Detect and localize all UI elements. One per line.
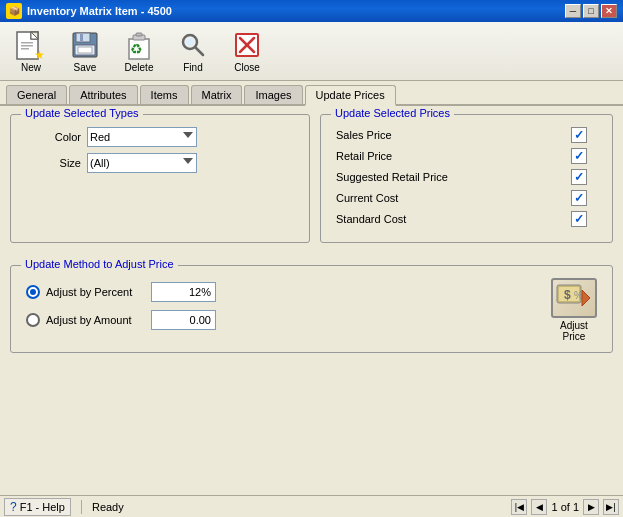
window-title: Inventory Matrix Item - 4500 <box>27 5 565 17</box>
main-window: 📦 Inventory Matrix Item - 4500 ─ □ ✕ ★ <box>0 0 623 517</box>
update-selected-types-group: Update Selected Types Color Red Blue Gre… <box>10 114 310 243</box>
status-ready: Ready <box>92 501 124 513</box>
find-icon <box>177 29 209 61</box>
find-button[interactable]: Find <box>168 26 218 76</box>
tabs-bar: General Attributes Items Matrix Images U… <box>0 81 623 106</box>
percent-radio[interactable] <box>26 285 40 299</box>
nav-page-info: 1 of 1 <box>551 501 579 513</box>
nav-of: of <box>561 501 573 513</box>
price-check-row-0: Sales Price <box>336 127 597 143</box>
price-check-label-3: Current Cost <box>336 192 398 204</box>
price-check-label-0: Sales Price <box>336 129 392 141</box>
method-content: Adjust by Percent Adjust by Amount <box>26 278 597 342</box>
svg-rect-3 <box>21 42 33 44</box>
percent-row: Adjust by Percent <box>26 282 541 302</box>
title-bar: 📦 Inventory Matrix Item - 4500 ─ □ ✕ <box>0 0 623 22</box>
new-icon: ★ <box>15 29 47 61</box>
size-label: Size <box>26 157 81 169</box>
svg-text:$: $ <box>564 288 571 302</box>
color-row: Color Red Blue Green (All) <box>26 127 294 147</box>
app-icon: 📦 <box>6 3 22 19</box>
price-checkbox-4[interactable] <box>571 211 587 227</box>
tab-attributes[interactable]: Attributes <box>69 85 137 104</box>
status-nav: |◀ ◀ 1 of 1 ▶ ▶| <box>511 499 619 515</box>
top-groups: Update Selected Types Color Red Blue Gre… <box>10 114 613 255</box>
update-method-group: Update Method to Adjust Price Adjust by … <box>10 265 613 353</box>
percent-label: Adjust by Percent <box>46 286 151 298</box>
color-label: Color <box>26 131 81 143</box>
method-radios: Adjust by Percent Adjust by Amount <box>26 282 541 338</box>
help-label: F1 - Help <box>20 501 65 513</box>
window-close-button[interactable]: ✕ <box>601 4 617 18</box>
status-bar: ? F1 - Help Ready |◀ ◀ 1 of 1 ▶ ▶| <box>0 495 623 517</box>
tab-general[interactable]: General <box>6 85 67 104</box>
new-button[interactable]: ★ New <box>6 26 56 76</box>
tab-items[interactable]: Items <box>140 85 189 104</box>
size-row: Size (All) S M L XL <box>26 153 294 173</box>
help-icon: ? <box>10 500 17 514</box>
size-select[interactable]: (All) S M L XL <box>87 153 197 173</box>
content-area: Update Selected Types Color Red Blue Gre… <box>0 106 623 517</box>
svg-point-17 <box>186 38 194 46</box>
nav-first-button[interactable]: |◀ <box>511 499 527 515</box>
tab-update-prices[interactable]: Update Prices <box>305 85 396 106</box>
save-button[interactable]: Save <box>60 26 110 76</box>
save-icon <box>69 29 101 61</box>
status-separator <box>81 500 82 514</box>
nav-next-button[interactable]: ▶ <box>583 499 599 515</box>
save-label: Save <box>74 62 97 73</box>
tab-matrix[interactable]: Matrix <box>191 85 243 104</box>
new-label: New <box>21 62 41 73</box>
price-check-row-4: Standard Cost <box>336 211 597 227</box>
update-prices-title: Update Selected Prices <box>331 107 454 119</box>
nav-total-pages: 1 <box>573 501 579 513</box>
svg-line-18 <box>195 47 203 55</box>
minimize-button[interactable]: ─ <box>565 4 581 18</box>
price-check-label-2: Suggested Retail Price <box>336 171 448 183</box>
svg-rect-4 <box>21 45 33 47</box>
close-label: Close <box>234 62 260 73</box>
svg-text:★: ★ <box>34 48 45 61</box>
price-checkbox-3[interactable] <box>571 190 587 206</box>
toolbar: ★ New Save <box>0 22 623 81</box>
adjust-price-button[interactable]: $ % AdjustPrice <box>551 278 597 342</box>
adjust-price-icon: $ % <box>551 278 597 318</box>
price-checkbox-1[interactable] <box>571 148 587 164</box>
find-label: Find <box>183 62 202 73</box>
price-check-label-1: Retail Price <box>336 150 392 162</box>
delete-button[interactable]: ♻ Delete <box>114 26 164 76</box>
help-button[interactable]: ? F1 - Help <box>4 498 71 516</box>
amount-radio[interactable] <box>26 313 40 327</box>
svg-rect-5 <box>21 48 29 50</box>
close-toolbar-icon <box>231 29 263 61</box>
adjust-price-label: AdjustPrice <box>560 320 588 342</box>
delete-icon: ♻ <box>123 29 155 61</box>
nav-current-page: 1 <box>551 501 557 513</box>
svg-rect-9 <box>80 34 83 41</box>
status-left: ? F1 - Help Ready <box>4 498 204 516</box>
amount-label: Adjust by Amount <box>46 314 151 326</box>
percent-input[interactable] <box>151 282 216 302</box>
price-check-row-2: Suggested Retail Price <box>336 169 597 185</box>
svg-rect-11 <box>78 47 92 53</box>
amount-input[interactable] <box>151 310 216 330</box>
price-checkbox-2[interactable] <box>571 169 587 185</box>
nav-prev-button[interactable]: ◀ <box>531 499 547 515</box>
delete-label: Delete <box>125 62 154 73</box>
amount-row: Adjust by Amount <box>26 310 541 330</box>
update-method-title: Update Method to Adjust Price <box>21 258 178 270</box>
svg-rect-14 <box>136 33 142 36</box>
svg-marker-26 <box>582 290 590 306</box>
price-checkboxes: Sales PriceRetail PriceSuggested Retail … <box>336 127 597 227</box>
price-checkbox-0[interactable] <box>571 127 587 143</box>
title-controls: ─ □ ✕ <box>565 4 617 18</box>
price-check-row-3: Current Cost <box>336 190 597 206</box>
close-button[interactable]: Close <box>222 26 272 76</box>
price-check-row-1: Retail Price <box>336 148 597 164</box>
nav-last-button[interactable]: ▶| <box>603 499 619 515</box>
tab-images[interactable]: Images <box>244 85 302 104</box>
update-types-title: Update Selected Types <box>21 107 143 119</box>
color-select[interactable]: Red Blue Green (All) <box>87 127 197 147</box>
maximize-button[interactable]: □ <box>583 4 599 18</box>
price-check-label-4: Standard Cost <box>336 213 406 225</box>
